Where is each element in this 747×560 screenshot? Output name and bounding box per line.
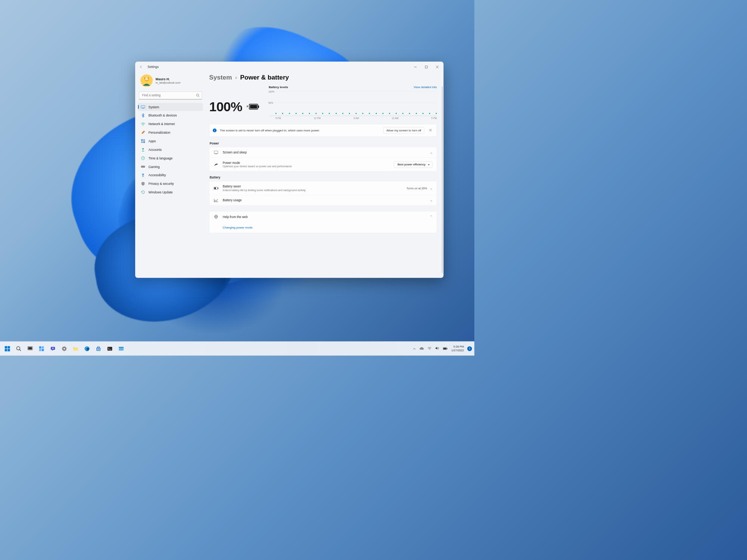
view-detailed-link[interactable]: View detailed info (414, 85, 437, 89)
taskbar-app-edge[interactable] (82, 343, 92, 354)
taskbar-app-settings[interactable] (59, 343, 69, 354)
battery-saver-status: Turns on at 20% (406, 186, 427, 190)
row-title: Battery usage (223, 198, 426, 202)
svg-point-18 (142, 148, 144, 150)
row-title: Battery saver (223, 185, 402, 189)
breadcrumb-parent[interactable]: System (209, 74, 232, 81)
chevron-down-icon: ⌄ (430, 151, 432, 154)
svg-rect-55 (96, 348, 100, 351)
sidebar-item-bluetooth[interactable]: Bluetooth & devices (138, 111, 203, 119)
sidebar-item-network[interactable]: Network & internet (138, 120, 203, 128)
battery-charging-icon (247, 103, 259, 110)
volume-tray-icon[interactable] (434, 345, 440, 352)
banner-action-button[interactable]: Allow my screen to turn off (383, 127, 424, 134)
search-icon (196, 94, 200, 98)
start-button[interactable] (2, 343, 12, 354)
sidebar-item-privacy[interactable]: Privacy & security (138, 180, 203, 188)
sidebar-item-personalization[interactable]: Personalization (138, 128, 203, 137)
back-button[interactable] (136, 62, 146, 72)
battery-percentage-block: 100% (209, 85, 259, 119)
battery-tray-icon[interactable] (441, 345, 449, 352)
taskbar-app-explorer[interactable] (71, 343, 81, 354)
battery-saver-row[interactable]: Battery saver Extend battery life by lim… (210, 181, 437, 195)
sidebar-item-time-language[interactable]: Time & language (138, 154, 203, 162)
screen-sleep-row[interactable]: Screen and sleep ⌄ (210, 147, 437, 157)
svg-rect-15 (143, 139, 145, 141)
taskbar-app-generic[interactable] (116, 343, 126, 354)
task-view-button[interactable] (25, 343, 35, 354)
taskbar-app-store[interactable] (93, 343, 103, 354)
power-mode-icon (214, 163, 218, 166)
close-button[interactable] (432, 63, 443, 71)
notification-badge[interactable]: 2 (467, 346, 472, 351)
svg-point-52 (63, 348, 65, 349)
battery-usage-row[interactable]: Battery usage ⌄ (210, 195, 437, 205)
time-language-icon (141, 156, 145, 160)
network-tray-icon[interactable] (426, 345, 433, 352)
svg-rect-7 (145, 78, 146, 78)
sidebar-item-label: Bluetooth & devices (149, 113, 177, 117)
svg-point-13 (143, 125, 143, 125)
sidebar-item-label: Accounts (149, 148, 162, 152)
accessibility-icon (141, 173, 145, 177)
sidebar-item-system[interactable]: System (138, 103, 203, 111)
sidebar: Mauro H. m_lab@outlook.com System Blueto… (135, 72, 206, 278)
svg-rect-44 (28, 347, 32, 349)
widgets-button[interactable] (37, 343, 47, 354)
chat-button[interactable] (48, 343, 58, 354)
chevron-down-icon: ⌄ (430, 186, 432, 190)
banner-message: The screen is set to never turn off when… (220, 129, 380, 132)
svg-rect-45 (39, 346, 41, 348)
power-mode-dropdown[interactable]: Best power efficiency (394, 161, 433, 168)
sidebar-item-accounts[interactable]: Accounts (138, 146, 203, 154)
power-mode-row[interactable]: Power mode Optimize your device based on… (210, 158, 437, 171)
tray-overflow-icon[interactable] (411, 345, 417, 352)
battery-saver-icon (214, 187, 218, 190)
svg-rect-29 (214, 151, 218, 153)
svg-point-22 (144, 167, 145, 167)
clock-time: 5:28 PM (451, 345, 464, 349)
svg-rect-48 (42, 349, 44, 351)
sidebar-item-label: Privacy & security (149, 182, 174, 186)
svg-rect-32 (214, 187, 216, 189)
taskbar-search-button[interactable] (14, 343, 24, 354)
svg-rect-37 (5, 346, 7, 348)
sidebar-item-windows-update[interactable]: Windows Update (138, 188, 203, 196)
personalization-icon (141, 130, 145, 134)
help-from-web-row[interactable]: Help from the web ⌃ (210, 211, 437, 222)
banner-close-button[interactable] (428, 128, 433, 133)
chevron-down-icon: ⌄ (430, 199, 432, 202)
system-tray: 5:28 PM 1/27/2022 2 (411, 345, 472, 352)
search-box (139, 91, 202, 100)
row-title: Screen and sleep (223, 150, 426, 154)
battery-chart: Battery levels View detailed info 100% 5… (269, 85, 437, 119)
user-block[interactable]: Mauro H. m_lab@outlook.com (138, 73, 203, 91)
section-title-battery: Battery (210, 176, 437, 180)
info-banner: i The screen is set to never turn off wh… (209, 124, 437, 137)
taskbar-clock[interactable]: 5:28 PM 1/27/2022 (450, 345, 465, 352)
svg-rect-38 (7, 346, 10, 348)
search-input[interactable] (139, 91, 202, 100)
svg-rect-11 (141, 105, 145, 108)
globe-icon (214, 215, 218, 218)
sidebar-item-accessibility[interactable]: Accessibility (138, 171, 203, 179)
svg-point-9 (196, 94, 199, 96)
info-icon: i (213, 128, 217, 132)
svg-line-10 (198, 96, 199, 97)
help-link[interactable]: Changing power mode (210, 222, 437, 233)
main-content: System › Power & battery 100% (206, 72, 443, 278)
onedrive-icon[interactable] (418, 345, 425, 352)
minimize-button[interactable] (410, 63, 421, 71)
svg-rect-62 (119, 347, 124, 348)
svg-point-23 (143, 174, 144, 175)
scrollbar[interactable] (442, 86, 443, 273)
maximize-button[interactable] (421, 63, 431, 71)
screen-sleep-icon (214, 151, 218, 154)
system-icon (141, 105, 145, 109)
chart-data-points (275, 113, 437, 114)
svg-rect-30 (215, 153, 217, 154)
sidebar-item-gaming[interactable]: Gaming (138, 163, 203, 171)
sidebar-item-apps[interactable]: Apps (138, 137, 203, 145)
taskbar-app-terminal[interactable] (105, 343, 115, 354)
svg-rect-14 (141, 139, 143, 141)
